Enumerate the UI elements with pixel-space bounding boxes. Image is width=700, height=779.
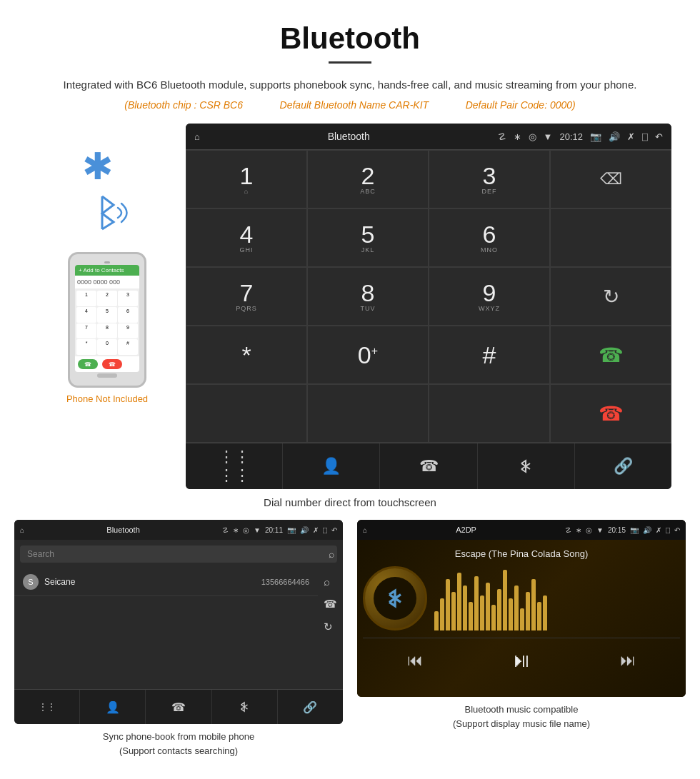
music-gps: ◎ [586, 526, 592, 534]
dial-key-hash[interactable]: # [429, 326, 550, 384]
phone-column: ✱ + Add to Contacts 0000 0000 000 1 [29, 124, 186, 404]
mini-home-icon: ⌂ [20, 526, 24, 534]
pb-grid-icon[interactable]: ⋮⋮ [14, 690, 80, 724]
music-topbar: ⌂ A2DP ☡ ∗ ◎ ▼ 20:15 📷 🔊 ✗ ⎕ ↶ [357, 520, 686, 540]
main-section: ✱ + Add to Contacts 0000 0000 000 1 [0, 124, 700, 489]
contact-list: S Seicane 13566664466 [14, 568, 318, 640]
specs-line: (Bluetooth chip : CSR BC6 Default Blueto… [0, 99, 700, 111]
phone-side-icon: ☎ [324, 598, 337, 610]
dial-empty-4 [429, 384, 550, 443]
phonebook-screen: ⌂ Bluetooth ☡ ∗ ◎ ▼ 20:11 📷 🔊 ✗ ⎕ ↶ Sear… [14, 520, 343, 724]
mini-time: 20:11 [265, 526, 283, 534]
mini-vol: 🔊 [300, 526, 309, 534]
phonebook-screen-wrap: ⌂ Bluetooth ☡ ∗ ◎ ▼ 20:11 📷 🔊 ✗ ⎕ ↶ Sear… [14, 520, 343, 724]
time-label: 20:12 [559, 131, 583, 142]
contact-item[interactable]: S Seicane 13566664466 [14, 568, 318, 596]
mini-signal-icon: ▼ [254, 526, 261, 534]
music-time: 20:15 [608, 526, 626, 534]
dial-call-button[interactable]: ☎ [550, 326, 671, 384]
dial-key-3[interactable]: 3 DEF [429, 150, 550, 208]
phone-home-btn [97, 373, 117, 378]
bluetooth-icon-container: ✱ [82, 145, 132, 238]
dial-key-9[interactable]: 9 WXYZ [429, 267, 550, 326]
dial-refresh[interactable]: ↻ [550, 267, 671, 326]
music-screen-title: A2DP [371, 526, 561, 534]
mini-back: ↶ [331, 526, 337, 534]
dial-backspace[interactable]: ⌫ [550, 150, 671, 208]
music-win: ⎕ [666, 526, 670, 534]
pb-bt-icon[interactable] [212, 690, 278, 724]
dial-key-5[interactable]: 5 JKL [307, 208, 429, 267]
music-panel: ⌂ A2DP ☡ ∗ ◎ ▼ 20:15 📷 🔊 ✗ ⎕ ↶ Escape (T… [357, 520, 686, 758]
dial-end-button[interactable]: ☎ [550, 384, 671, 443]
dial-key-8[interactable]: 8 TUV [307, 267, 429, 326]
android-topbar: ⌂ Bluetooth ☡ ∗ ◎ ▼ 20:12 📷 🔊 ✗ ⎕ ↶ [186, 124, 671, 149]
music-bt: ∗ [576, 526, 581, 534]
contact-name: Seicane [44, 577, 261, 587]
next-track-button[interactable]: ⏭ [620, 651, 636, 670]
screen-title: Bluetooth [207, 131, 491, 142]
music-sig: ▼ [596, 526, 604, 534]
dial-key-7[interactable]: 7 PQRS [186, 267, 307, 326]
phone-not-included-label: Phone Not Included [66, 393, 148, 404]
dial-empty-2 [186, 384, 307, 443]
dial-key-4[interactable]: 4 GHI [186, 208, 307, 267]
dial-key-star[interactable]: * [186, 326, 307, 384]
search-bar[interactable]: Search [20, 546, 337, 563]
bluetooth-bottom-icon[interactable] [478, 443, 575, 489]
page-title: Bluetooth [0, 0, 700, 61]
contacts-icon[interactable]: 👤 [283, 443, 380, 489]
right-icons: ⌕ ☎ ↻ [318, 568, 343, 640]
mini-usb-icon: ☡ [222, 526, 229, 534]
music-content-row [363, 566, 680, 630]
android-bottombar: ⋮⋮⋮⋮ 👤 ☎ 🔗 [186, 443, 671, 489]
contact-phone: 13566664466 [261, 578, 309, 586]
dial-empty-3 [307, 384, 429, 443]
pb-phone-icon[interactable]: ☎ [146, 690, 211, 724]
spec-code: Default Pair Code: 0000) [466, 99, 576, 111]
dial-key-6[interactable]: 6 MNO [429, 208, 550, 267]
phone-icon[interactable]: ☎ [380, 443, 477, 489]
dial-key-1[interactable]: 1 ⌂ [186, 150, 307, 208]
music-cam: 📷 [630, 526, 639, 534]
music-usb: ☡ [565, 526, 571, 534]
volume-icon: 🔊 [609, 131, 620, 142]
play-pause-button[interactable]: ⏯ [511, 648, 531, 672]
music-back: ↶ [674, 526, 680, 534]
bluetooth-icon: ✱ [82, 145, 114, 188]
phonebook-title: Bluetooth [29, 526, 218, 534]
album-art [363, 566, 427, 630]
android-dialpad-screen: ⌂ Bluetooth ☡ ∗ ◎ ▼ 20:12 📷 🔊 ✗ ⎕ ↶ 1 ⌂ … [186, 124, 671, 489]
music-caption: Bluetooth music compatible(Support displ… [453, 703, 590, 730]
music-home-icon: ⌂ [363, 526, 367, 534]
prev-track-button[interactable]: ⏮ [407, 651, 423, 670]
dial-key-2[interactable]: 2 ABC [307, 150, 429, 208]
pb-link-icon[interactable]: 🔗 [278, 690, 343, 724]
phonebook-panel: ⌂ Bluetooth ☡ ∗ ◎ ▼ 20:11 📷 🔊 ✗ ⎕ ↶ Sear… [14, 520, 343, 758]
bt-status-icon: ∗ [514, 131, 521, 142]
phone-screen-top: + Add to Contacts [75, 265, 139, 276]
music-song-title: Escape (The Pina Colada Song) [455, 548, 588, 559]
close-icon: ✗ [627, 131, 635, 142]
music-x: ✗ [656, 526, 661, 534]
search-icon: ⌕ [329, 548, 334, 560]
phonebook-spacer [14, 640, 343, 683]
mini-cam: 📷 [287, 526, 296, 534]
phonebook-topbar: ⌂ Bluetooth ☡ ∗ ◎ ▼ 20:11 📷 🔊 ✗ ⎕ ↶ [14, 520, 343, 540]
pb-person-icon[interactable]: 👤 [80, 690, 146, 724]
gps-icon: ◎ [529, 131, 536, 142]
spec-name: Default Bluetooth Name CAR-KIT [280, 99, 429, 111]
phone-speaker [104, 261, 110, 263]
mini-gps-icon: ◎ [243, 526, 249, 534]
phonebook-caption: Sync phone-book from mobile phone(Suppor… [103, 730, 254, 758]
music-controls: ⏮ ⏯ ⏭ [363, 638, 680, 675]
android-dialpad-grid: 1 ⌂ 2 ABC 3 DEF ⌫ 4 GHI 5 JKL [186, 149, 671, 443]
phone-mockup: + Add to Contacts 0000 0000 000 1 2 3 4 … [68, 252, 146, 388]
dial-key-0[interactable]: 0+ [307, 326, 429, 384]
signal-icon: ▼ [544, 131, 553, 142]
window-icon: ⎕ [642, 131, 648, 142]
bluetooth-signal-icon [82, 188, 132, 238]
dialpad-grid-icon[interactable]: ⋮⋮⋮⋮ [186, 443, 283, 489]
link-icon[interactable]: 🔗 [575, 443, 671, 489]
refresh-side-icon: ↻ [324, 620, 337, 633]
